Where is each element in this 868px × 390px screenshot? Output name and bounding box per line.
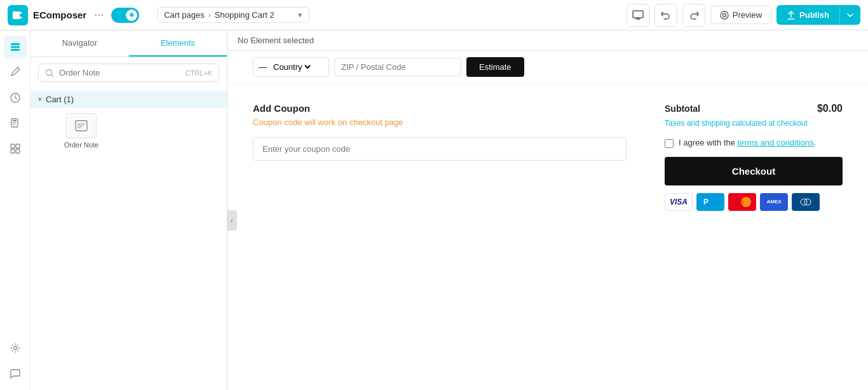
diners-icon (792, 193, 820, 211)
canvas-area: No Element selected ‹ — Country Estimate (227, 30, 868, 390)
search-icon (45, 69, 54, 77)
cart-content: — Country Estimate Add Coupon Coupon cod… (227, 51, 868, 224)
agree-row: I agree with the terms and conditions. (665, 138, 843, 148)
breadcrumb-parent: Cart pages (164, 10, 205, 20)
publish-label: Publish (799, 10, 829, 20)
sidebar: Navigator Elements CTRL+K ▾ Cart (1) (31, 30, 227, 390)
svg-rect-26 (797, 196, 815, 208)
settings-icon (10, 342, 21, 354)
widgets-icon (10, 143, 21, 154)
order-note-label: Order Note (64, 141, 98, 149)
sidebar-tree: ▾ Cart (1) Order Note (31, 88, 227, 390)
toggle-switch[interactable] (111, 8, 139, 23)
layers-panel-button[interactable] (4, 36, 27, 58)
publish-main[interactable]: Publish (776, 5, 839, 25)
visa-icon: VISA (665, 193, 693, 211)
publish-dropdown-button[interactable] (839, 6, 860, 24)
svg-point-1 (20, 13, 24, 17)
mastercard-logo (732, 196, 752, 208)
paypal-logo: P (703, 196, 717, 208)
chat-button[interactable] (4, 362, 27, 385)
logo-icon (8, 5, 28, 25)
search-shortcut: CTRL+K (186, 69, 213, 77)
desktop-view-button[interactable] (627, 4, 649, 27)
pages-button[interactable] (4, 112, 27, 135)
estimate-form-row: — Country Estimate (227, 51, 868, 84)
search-input[interactable] (59, 68, 180, 77)
settings-button[interactable] (4, 337, 27, 360)
svg-rect-12 (13, 124, 15, 124)
design-icon (10, 67, 21, 78)
agree-prefix: I agree with the (679, 138, 738, 147)
layers-icon (10, 41, 21, 53)
order-note-icon-box (66, 113, 97, 138)
redo-button[interactable] (682, 4, 705, 27)
flag-icon: — (259, 62, 267, 72)
checkout-button[interactable]: Checkout (665, 157, 843, 185)
sidebar-tabs: Navigator Elements (31, 30, 227, 57)
estimate-button[interactable]: Estimate (466, 57, 524, 77)
coupon-left: Add Coupon Coupon code will work on chec… (253, 103, 627, 211)
design-panel-button[interactable] (4, 61, 27, 84)
topbar-right: Preview Publish (627, 4, 860, 27)
tab-navigator[interactable]: Navigator (31, 30, 129, 57)
order-summary: Subtotal $0.00 Taxes and shipping calcul… (665, 103, 843, 211)
svg-rect-11 (13, 123, 17, 123)
breadcrumb-separator: › (208, 11, 211, 20)
country-select[interactable]: Country (271, 62, 313, 72)
icon-bar (0, 30, 31, 390)
tree-child-order-note[interactable]: Order Note (56, 108, 107, 154)
svg-point-17 (13, 347, 17, 350)
tree-chevron-icon: ▾ (38, 95, 42, 104)
preview-button[interactable]: Preview (710, 6, 771, 24)
svg-point-3 (721, 11, 728, 19)
coupon-input[interactable] (262, 144, 617, 154)
logo[interactable]: EComposer (8, 5, 86, 25)
undo-button[interactable] (654, 4, 677, 27)
tree-item-cart[interactable]: ▾ Cart (1) (31, 91, 227, 108)
subtotal-value: $0.00 (817, 103, 843, 114)
coupon-summary-section: Add Coupon Coupon code will work on chec… (227, 84, 868, 224)
main-layout: Navigator Elements CTRL+K ▾ Cart (1) (0, 30, 868, 390)
agree-suffix: . (813, 138, 816, 147)
undo-icon (661, 10, 671, 20)
svg-rect-6 (11, 46, 20, 48)
svg-rect-5 (11, 43, 20, 45)
preview-label: Preview (733, 10, 762, 20)
history-button[interactable] (4, 86, 27, 109)
svg-text:P: P (703, 198, 709, 206)
paypal-icon: P (696, 193, 724, 211)
history-icon (10, 92, 21, 104)
tree-item-cart-label: Cart (1) (46, 95, 74, 104)
diners-logo (797, 196, 815, 208)
pages-icon (10, 118, 21, 129)
terms-link[interactable]: terms and conditions (738, 138, 814, 147)
agree-checkbox[interactable] (665, 139, 674, 148)
breadcrumb[interactable]: Cart pages › Shopping Cart 2 ▾ (157, 7, 309, 23)
payment-icons: VISA P (665, 193, 843, 211)
svg-point-4 (722, 13, 726, 17)
tab-elements[interactable]: Elements (129, 30, 227, 57)
logo-text: EComposer (33, 10, 86, 20)
tax-notice: Taxes and shipping calculated at checkou… (665, 118, 843, 129)
country-select-wrap: — Country (253, 57, 329, 77)
svg-rect-15 (11, 149, 15, 153)
order-note-icon (75, 120, 88, 131)
redo-icon (689, 10, 699, 20)
more-options-icon[interactable]: ··· (94, 8, 104, 22)
widgets-button[interactable] (4, 137, 27, 160)
svg-rect-10 (13, 120, 17, 121)
agree-link-text: terms and conditions (738, 138, 814, 147)
amex-icon: AMEX (760, 193, 788, 211)
no-element-text: No Element selected (238, 36, 314, 45)
agree-text: I agree with the terms and conditions. (679, 138, 816, 147)
collapse-button[interactable]: ‹ (227, 210, 237, 231)
desktop-icon (632, 10, 644, 21)
tree-children: Order Note (31, 108, 227, 154)
zip-input[interactable] (334, 58, 461, 76)
publish-button[interactable]: Publish (776, 5, 860, 25)
breadcrumb-child: Shopping Cart 2 (215, 10, 275, 20)
topbar: EComposer ··· Cart pages › Shopping Cart… (0, 0, 868, 30)
canvas-notice: No Element selected (227, 30, 868, 51)
coupon-title: Add Coupon (253, 103, 627, 114)
